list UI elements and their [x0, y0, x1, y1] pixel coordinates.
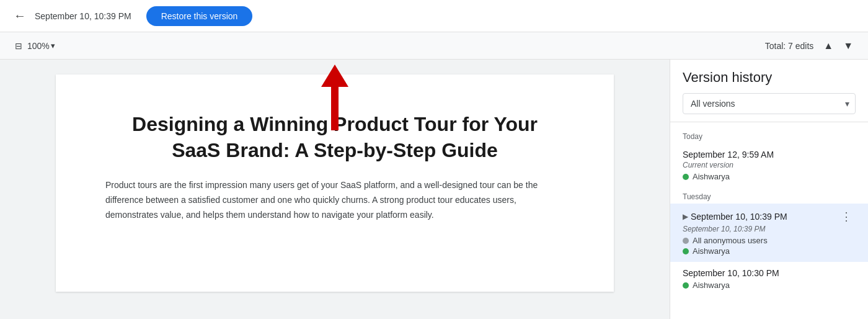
user-aishwarya-3: Aishwarya — [683, 281, 856, 290]
version-users-sep10-1030: Aishwarya — [683, 281, 856, 290]
user-dot-gray — [683, 238, 689, 244]
user-aishwarya-2: Aishwarya — [683, 246, 856, 256]
print-button[interactable]: ⊟ — [10, 37, 27, 55]
user-dot-green-1 — [683, 174, 689, 180]
version-sub-current: Current version — [683, 161, 856, 169]
version-users-sep12: Aishwarya — [683, 172, 856, 181]
user-dot-green-2 — [683, 248, 689, 254]
version-date-sep10-1030: September 10, 10:30 PM — [683, 268, 779, 278]
group-label-tuesday: Tuesday — [670, 187, 868, 204]
document-area: Designing a Winning Product Tour for You… — [0, 60, 670, 319]
document-body: Product tours are the first impression m… — [105, 178, 564, 222]
version-more-button[interactable]: ⋮ — [837, 210, 856, 223]
sidebar-title: Version history — [683, 70, 856, 86]
version-history-sidebar: Version history All versions Named versi… — [670, 60, 868, 319]
version-sub-sep10: September 10, 10:39 PM — [683, 225, 856, 233]
zoom-dropdown-button[interactable]: ▾ — [51, 41, 55, 50]
back-icon: ← — [14, 9, 26, 23]
version-item-sep10-1030[interactable]: September 10, 10:30 PM Aishwarya — [670, 262, 868, 296]
nav-up-button[interactable]: ▲ — [818, 38, 838, 54]
version-date-row: ▶ September 10, 10:39 PM — [683, 212, 787, 222]
user-dot-green-3 — [683, 282, 689, 289]
top-bar: ← September 10, 10:39 PM Restore this ve… — [0, 0, 868, 32]
user-name-anonymous: All anonymous users — [693, 236, 768, 245]
print-icon: ⊟ — [15, 41, 22, 51]
group-label-today: Today — [670, 127, 868, 143]
version-date-sep10-1039: September 10, 10:39 PM — [691, 212, 787, 222]
document-page: Designing a Winning Product Tour for You… — [56, 74, 614, 292]
user-anonymous: All anonymous users — [683, 236, 856, 245]
version-date-sep12: September 12, 9:59 AM — [683, 150, 774, 160]
user-aishwarya-1: Aishwarya — [683, 172, 856, 181]
restore-version-button[interactable]: Restore this version — [146, 6, 253, 26]
document-title: Designing a Winning Product Tour for You… — [105, 112, 564, 163]
main-area: Designing a Winning Product Tour for You… — [0, 60, 868, 319]
user-name-aishwarya-3: Aishwarya — [693, 281, 730, 290]
nav-down-button[interactable]: ▼ — [838, 38, 858, 54]
version-list: Today September 12, 9:59 AM Current vers… — [670, 122, 868, 319]
version-item-header: September 12, 9:59 AM — [683, 150, 856, 160]
user-name-aishwarya-1: Aishwarya — [693, 172, 730, 181]
back-button[interactable]: ← — [10, 5, 30, 27]
version-item-sep10-1039[interactable]: ▶ September 10, 10:39 PM ⋮ September 10,… — [670, 204, 868, 262]
zoom-label: 100% — [27, 41, 50, 51]
version-item-header-1030: September 10, 10:30 PM — [683, 268, 856, 278]
toolbar: ⊟ 100% ▾ Total: 7 edits ▲ ▼ — [0, 32, 868, 60]
version-item-header-active: ▶ September 10, 10:39 PM ⋮ — [683, 210, 856, 223]
version-users-sep10-1039: All anonymous users Aishwarya — [683, 236, 856, 256]
version-filter-wrapper: All versions Named versions ▾ — [683, 93, 856, 114]
user-name-aishwarya-2: Aishwarya — [693, 246, 730, 256]
version-date-label: September 10, 10:39 PM — [35, 11, 131, 21]
expand-arrow-icon: ▶ — [683, 212, 688, 221]
sidebar-header: Version history All versions Named versi… — [670, 60, 868, 122]
edits-count-label: Total: 7 edits — [765, 41, 814, 51]
version-filter-select[interactable]: All versions Named versions — [683, 93, 856, 114]
version-item-sep12[interactable]: September 12, 9:59 AM Current version Ai… — [670, 143, 868, 187]
